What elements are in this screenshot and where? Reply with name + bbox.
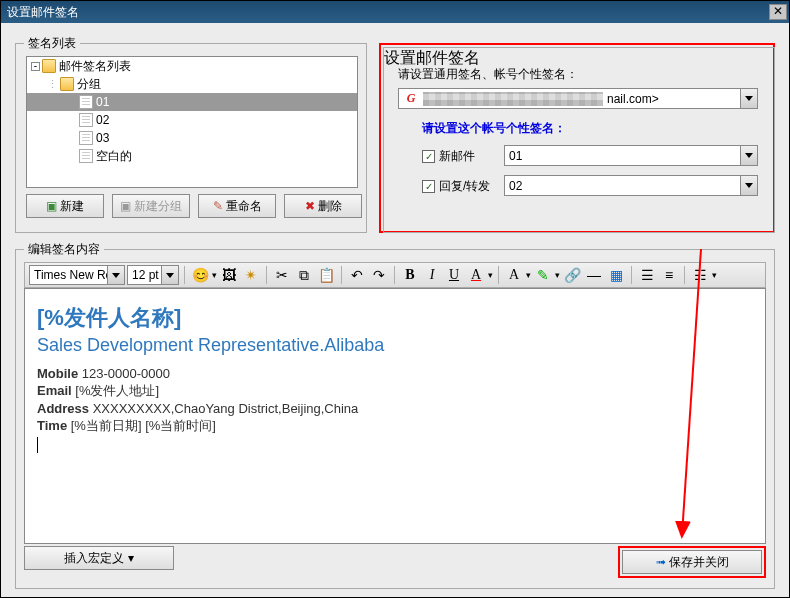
tree-item-01[interactable]: 01: [27, 93, 357, 111]
annotation-highlight: 设置邮件签名 请设置通用签名、帐号个性签名： G nail.com> 请设置这个…: [379, 43, 775, 233]
tree-item-02[interactable]: 02: [27, 111, 357, 129]
page-icon: [79, 95, 93, 109]
mobile-label: Mobile: [37, 366, 78, 381]
tree-root[interactable]: - 邮件签名列表: [27, 57, 357, 75]
align-center-icon[interactable]: ≡: [659, 265, 679, 285]
font-name-combo[interactable]: Times New Ro: [29, 265, 125, 285]
chevron-down-icon[interactable]: [740, 176, 757, 195]
new-group-button[interactable]: ▣新建分组: [112, 194, 190, 218]
chevron-down-icon[interactable]: [107, 266, 124, 284]
settings-desc2: 请设置这个帐号个性签名：: [422, 120, 566, 137]
account-logo-icon: G: [403, 91, 419, 107]
email-value: [%发件人地址]: [75, 383, 159, 398]
reply-check-row: 回复/转发: [422, 178, 490, 195]
account-suffix: nail.com>: [607, 92, 659, 106]
redacted-account: [423, 92, 603, 106]
tree-item-03[interactable]: 03: [27, 129, 357, 147]
editor-toolbar: Times New Ro 12 pt 😊 ▾ 🖼 ✴ ✂ ⧉ 📋 ↶ ↷ B I…: [24, 262, 766, 288]
reply-checkbox[interactable]: [422, 180, 435, 193]
address-label: Address: [37, 401, 89, 416]
chevron-down-icon[interactable]: [740, 89, 757, 108]
font-size-combo[interactable]: 12 pt: [127, 265, 179, 285]
annotation-highlight: ➟保存并关闭: [618, 546, 766, 578]
new-mail-check-row: 新邮件: [422, 148, 475, 165]
sig-role: Sales Development Representative.Alibaba: [37, 335, 753, 356]
underline-icon[interactable]: U: [444, 265, 464, 285]
edit-signature-legend: 编辑签名内容: [24, 241, 104, 258]
table-icon[interactable]: ▦: [606, 265, 626, 285]
mobile-value: 123-0000-0000: [82, 366, 170, 381]
window-title: 设置邮件签名: [7, 4, 79, 21]
reply-label: 回复/转发: [439, 178, 490, 195]
address-value: XXXXXXXXX,ChaoYang District,Beijing,Chin…: [93, 401, 359, 416]
tree-item-label: 03: [96, 131, 109, 145]
cut-icon[interactable]: ✂: [272, 265, 292, 285]
new-mail-checkbox[interactable]: [422, 150, 435, 163]
copy-icon[interactable]: ⧉: [294, 265, 314, 285]
tree-item-label: 02: [96, 113, 109, 127]
email-label: Email: [37, 383, 72, 398]
highlight-icon[interactable]: ✎: [533, 265, 553, 285]
tree-group[interactable]: ⋮ 分组: [27, 75, 357, 93]
sig-name: [%发件人名称]: [37, 303, 753, 333]
rename-button[interactable]: ✎重命名: [198, 194, 276, 218]
tree-root-label: 邮件签名列表: [59, 58, 131, 75]
dropdown-icon[interactable]: ▾: [712, 270, 717, 280]
paste-icon[interactable]: 📋: [316, 265, 336, 285]
image-icon[interactable]: 🖼: [219, 265, 239, 285]
signature-tree[interactable]: - 邮件签名列表 ⋮ 分组 01 02: [26, 56, 358, 188]
signature-list-group: 签名列表 - 邮件签名列表 ⋮ 分组 01 02: [15, 43, 367, 233]
insert-macro-button[interactable]: 插入宏定义 ▾: [24, 546, 174, 570]
signature-list-legend: 签名列表: [24, 35, 80, 52]
link-icon[interactable]: 🔗: [562, 265, 582, 285]
hr-icon[interactable]: —: [584, 265, 604, 285]
emoji-icon[interactable]: 😊: [190, 265, 210, 285]
new-button[interactable]: ▣新建: [26, 194, 104, 218]
account-combo[interactable]: G nail.com>: [398, 88, 758, 109]
page-icon: [79, 113, 93, 127]
time-value: [%当前日期] [%当前时间]: [71, 418, 216, 433]
dropdown-icon[interactable]: ▾: [526, 270, 531, 280]
signature-editor[interactable]: [%发件人名称] Sales Development Representativ…: [24, 288, 766, 544]
signature-settings-group: 设置邮件签名 请设置通用签名、帐号个性签名： G nail.com> 请设置这个…: [383, 47, 775, 233]
new-mail-combo[interactable]: 01: [504, 145, 758, 166]
font-format-icon[interactable]: A: [504, 265, 524, 285]
chevron-down-icon[interactable]: [161, 266, 178, 284]
tree-item-label: 空白的: [96, 148, 132, 165]
list-icon[interactable]: ☷: [690, 265, 710, 285]
time-label: Time: [37, 418, 67, 433]
close-icon[interactable]: ✕: [769, 4, 787, 20]
edit-signature-group: 编辑签名内容 Times New Ro 12 pt 😊 ▾ 🖼 ✴ ✂ ⧉ 📋 …: [15, 249, 775, 589]
redo-icon[interactable]: ↷: [369, 265, 389, 285]
font-color-icon[interactable]: A: [466, 265, 486, 285]
reply-value: 02: [509, 179, 522, 193]
new-mail-value: 01: [509, 149, 522, 163]
dropdown-icon[interactable]: ▾: [488, 270, 493, 280]
chevron-down-icon[interactable]: [740, 146, 757, 165]
new-mail-label: 新邮件: [439, 148, 475, 165]
undo-icon[interactable]: ↶: [347, 265, 367, 285]
attachment-icon[interactable]: ✴: [241, 265, 261, 285]
text-cursor: [37, 437, 38, 453]
folder-open-icon: [42, 59, 56, 73]
save-close-button[interactable]: ➟保存并关闭: [622, 550, 762, 574]
folder-icon: [60, 77, 74, 91]
italic-icon[interactable]: I: [422, 265, 442, 285]
bold-icon[interactable]: B: [400, 265, 420, 285]
page-icon: [79, 131, 93, 145]
titlebar: 设置邮件签名 ✕: [1, 1, 789, 23]
settings-desc: 请设置通用签名、帐号个性签名：: [398, 66, 578, 83]
collapse-icon[interactable]: -: [31, 62, 40, 71]
dropdown-icon[interactable]: ▾: [555, 270, 560, 280]
reply-combo[interactable]: 02: [504, 175, 758, 196]
delete-button[interactable]: ✖删除: [284, 194, 362, 218]
dropdown-icon[interactable]: ▾: [212, 270, 217, 280]
tree-item-blank[interactable]: 空白的: [27, 147, 357, 165]
page-icon: [79, 149, 93, 163]
align-left-icon[interactable]: ☰: [637, 265, 657, 285]
tree-item-label: 01: [96, 95, 109, 109]
tree-group-label: 分组: [77, 76, 101, 93]
